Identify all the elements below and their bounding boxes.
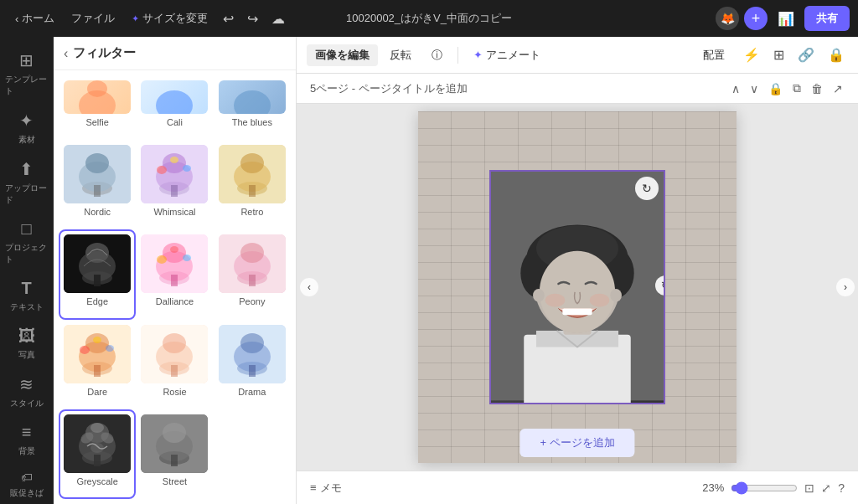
sidebar-label-template: テンプレート: [5, 74, 49, 97]
info-icon: ⓘ: [432, 49, 442, 61]
filter-item-street[interactable]: Street: [137, 411, 211, 497]
grid-button[interactable]: ⊞: [770, 44, 788, 66]
svg-point-46: [106, 345, 114, 352]
file-button[interactable]: ファイル: [65, 8, 121, 29]
flip-button[interactable]: 反転: [381, 44, 420, 66]
plus-button[interactable]: +: [744, 7, 768, 30]
redo-button[interactable]: ↪: [242, 8, 263, 30]
sidebar-item-text[interactable]: T テキスト: [2, 272, 52, 320]
filter-name-nordic: Nordic: [84, 207, 111, 217]
memo-button[interactable]: ≡ メモ: [310, 481, 342, 496]
scroll-left-button[interactable]: ‹: [300, 278, 318, 296]
style-icon: ≋: [19, 374, 34, 394]
sidebar-item-template[interactable]: ⊞ テンプレート: [2, 44, 52, 104]
filter-item-nordic[interactable]: Nordic: [60, 141, 134, 228]
zoom-area: 23%: [702, 481, 798, 495]
svg-point-70: [163, 423, 186, 443]
svg-point-34: [170, 246, 178, 253]
sidebar-label-upload: アップロード: [5, 183, 49, 206]
brand-icon: 🏷: [21, 471, 33, 484]
share-button[interactable]: 共有: [804, 6, 850, 31]
filter-item-edge[interactable]: Edge: [60, 231, 134, 317]
zoom-value: 23%: [702, 481, 724, 494]
filter-thumb-street: [141, 414, 208, 473]
sidebar-item-style[interactable]: ≋ スタイル: [2, 368, 52, 416]
svg-point-2: [156, 90, 193, 114]
effect-button[interactable]: ⚡: [740, 44, 763, 66]
filter-item-greyscale[interactable]: Greyscale: [60, 411, 134, 497]
help-button[interactable]: ?: [838, 481, 845, 495]
svg-rect-44: [94, 365, 101, 377]
fox-icon-btn[interactable]: 🦊: [716, 7, 739, 30]
zoom-slider[interactable]: [731, 481, 798, 495]
svg-point-20: [240, 153, 264, 173]
home-label: ホーム: [22, 11, 54, 26]
toolbar-divider: [457, 47, 458, 64]
filter-back-button[interactable]: ‹: [64, 46, 68, 61]
text-icon: T: [21, 279, 31, 298]
page-duplicate-button[interactable]: ⧉: [791, 80, 803, 97]
page-down-button[interactable]: ∨: [748, 80, 760, 97]
animate-button[interactable]: ✦ アニメート: [465, 44, 549, 66]
link-button[interactable]: 🔗: [794, 44, 818, 66]
sidebar-item-upload[interactable]: ⬆ アップロード: [2, 152, 52, 213]
filter-item-theblues[interactable]: The blues: [215, 77, 289, 138]
filter-name-theblues: The blues: [232, 117, 272, 127]
filter-item-whimsical[interactable]: Whimsical: [137, 141, 211, 228]
layout-button[interactable]: 配置: [695, 44, 733, 66]
sidebar-label-background: 背景: [18, 445, 35, 457]
filter-name-edge: Edge: [86, 296, 108, 306]
page-export-button[interactable]: ↗: [831, 80, 845, 97]
filter-item-retro[interactable]: Retro: [215, 141, 289, 228]
file-label: ファイル: [71, 11, 115, 26]
filter-thumb-edge: [64, 234, 131, 293]
filter-name-street: Street: [163, 476, 187, 486]
portrait-image[interactable]: ↻ ↻: [489, 170, 665, 404]
filter-thumb-drama: [219, 325, 286, 383]
svg-rect-31: [171, 275, 178, 286]
cloud-button[interactable]: ☁: [266, 8, 290, 30]
sidebar-item-background[interactable]: ≡ 背景: [2, 416, 52, 464]
svg-rect-82: [562, 308, 592, 315]
svg-rect-52: [171, 365, 178, 377]
add-page-button[interactable]: + ページを追加: [519, 429, 634, 457]
resize-button[interactable]: ✦ サイズを変更: [125, 8, 214, 29]
filter-panel: ‹ フィルター Selfie Cali The blues: [54, 37, 297, 504]
filter-item-cali[interactable]: Cali: [137, 77, 211, 138]
scroll-right-button[interactable]: ›: [836, 278, 855, 296]
filter-item-rosie[interactable]: Rosie: [137, 321, 211, 408]
photo-icon: 🖼: [18, 327, 35, 346]
sidebar-item-brand[interactable]: 🏷 販促きば: [2, 464, 52, 504]
page-lock-button[interactable]: 🔒: [767, 80, 784, 97]
lock-button[interactable]: 🔒: [824, 44, 848, 66]
filter-item-dalliance[interactable]: Dalliance: [137, 231, 211, 317]
filter-thumb-selfie: [64, 80, 131, 114]
filter-header: ‹ フィルター: [54, 37, 296, 70]
filter-item-drama[interactable]: Drama: [215, 321, 289, 408]
edit-image-button[interactable]: 画像を編集: [307, 44, 378, 66]
svg-rect-62: [94, 455, 101, 466]
bottom-icons: ⊡ ⤢ ?: [804, 481, 845, 495]
sidebar-item-material[interactable]: ✦ 素材: [2, 104, 52, 152]
canvas-page[interactable]: ↻ ↻: [418, 111, 737, 463]
filter-item-peony[interactable]: Peony: [215, 231, 289, 317]
toolbar-right: 配置 ⚡ ⊞ 🔗 🔒: [695, 44, 848, 66]
sidebar-label-text: テキスト: [10, 301, 44, 313]
rotate-button[interactable]: ↻: [635, 177, 659, 200]
svg-rect-8: [94, 185, 101, 197]
home-button[interactable]: ‹ ホーム: [8, 8, 61, 29]
svg-point-7: [85, 153, 109, 173]
page-up-button[interactable]: ∧: [730, 80, 742, 97]
filter-item-dare[interactable]: Dare: [60, 321, 134, 408]
chart-button[interactable]: 📊: [773, 8, 799, 30]
pages-button[interactable]: ⊡: [804, 481, 814, 495]
info-button[interactable]: ⓘ: [423, 44, 451, 66]
filter-name-retro: Retro: [240, 207, 263, 217]
svg-point-84: [590, 294, 610, 307]
undo-button[interactable]: ↩: [218, 8, 239, 30]
filter-item-selfie[interactable]: Selfie: [60, 77, 134, 138]
page-delete-button[interactable]: 🗑: [809, 80, 824, 97]
fullscreen-button[interactable]: ⤢: [821, 481, 831, 495]
sidebar-item-photo[interactable]: 🖼 写真: [2, 320, 52, 368]
sidebar-item-project[interactable]: □ プロジェクト: [2, 213, 52, 272]
